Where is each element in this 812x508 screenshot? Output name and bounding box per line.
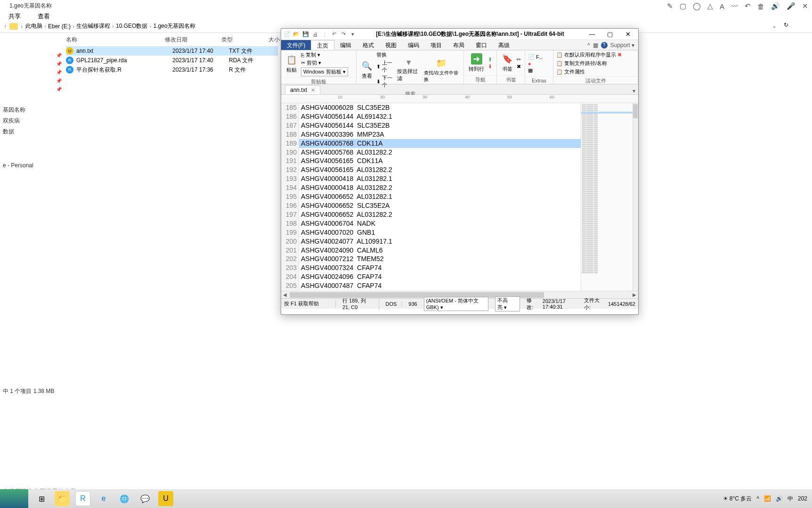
- next-button[interactable]: ⬇ 下一个: [376, 74, 395, 89]
- extras-f-button[interactable]: 📄 F...: [528, 54, 543, 60]
- up-icon[interactable]: ↑: [4, 23, 7, 30]
- mic-icon[interactable]: 🎤: [787, 2, 796, 10]
- pin-icon[interactable]: 📌: [56, 61, 62, 66]
- address-dropdown-icon[interactable]: ⌄: [772, 23, 777, 29]
- menu-edit[interactable]: 编辑: [334, 40, 357, 50]
- menu-view[interactable]: 视图: [380, 40, 402, 50]
- redo-icon[interactable]: ↷: [340, 31, 347, 38]
- extras-icon[interactable]: ●: [528, 61, 543, 66]
- sidebar-item[interactable]: 数据: [0, 126, 64, 137]
- col-type[interactable]: 类型: [221, 36, 268, 44]
- square-icon[interactable]: ▢: [680, 2, 686, 10]
- bm-icon[interactable]: ✏: [517, 57, 521, 63]
- text-line[interactable]: ASHGV40056165 CDK11A: [299, 156, 581, 165]
- minimize-button[interactable]: —: [584, 31, 601, 38]
- text-line[interactable]: ASHGV40005768 AL031282.2: [299, 148, 581, 157]
- text-line[interactable]: ASHGV40024090 CALML6: [299, 246, 581, 255]
- filter-icon[interactable]: ▼: [405, 58, 413, 67]
- sidebar-item[interactable]: e - Personal: [0, 161, 64, 170]
- help-icon[interactable]: ?: [601, 42, 608, 49]
- ime-indicator[interactable]: 中: [788, 495, 793, 503]
- text-line[interactable]: ASHGV40006652 AL031282.1: [299, 192, 581, 201]
- text-line[interactable]: ASHGV40006652 SLC35E2A: [299, 201, 581, 210]
- menu-encoding[interactable]: 编码: [402, 40, 425, 50]
- collapse-ribbon-icon[interactable]: ^: [587, 42, 590, 49]
- breadcrumb-item[interactable]: Eber (E:): [48, 23, 71, 30]
- circle-icon[interactable]: ◯: [693, 2, 701, 10]
- menu-file[interactable]: 文件(F): [281, 40, 311, 50]
- encoding-combo[interactable]: (ANSI/OEM - 简体中文 GBK) ▾: [424, 297, 489, 311]
- nav-down-icon[interactable]: ⬇: [488, 64, 492, 70]
- dropdown-icon[interactable]: ▾: [349, 31, 357, 38]
- text-line[interactable]: ASHGV40024096 CFAP74: [299, 272, 581, 281]
- pin-icon[interactable]: 📌: [56, 53, 62, 58]
- edit-icon[interactable]: ✎: [667, 2, 673, 10]
- refresh-icon[interactable]: ↻: [784, 22, 788, 28]
- tray-chevron-icon[interactable]: ^: [756, 495, 759, 502]
- edge-icon[interactable]: e: [96, 491, 111, 506]
- text-line[interactable]: ASHGV40007487 CFAP74: [299, 281, 581, 290]
- close-icon[interactable]: ✕: [802, 2, 808, 10]
- menu-project[interactable]: 项目: [425, 40, 447, 50]
- minimap-scrollbar[interactable]: [633, 103, 638, 291]
- volume-icon[interactable]: 🔊: [776, 495, 783, 502]
- text-line[interactable]: ASHGV40056144 SLC35E2B: [299, 121, 581, 130]
- undo-icon[interactable]: ↶: [745, 2, 751, 10]
- bookmark-button[interactable]: 🔖书签: [500, 53, 515, 73]
- scroll-left-icon[interactable]: ◀: [281, 292, 289, 297]
- folder-icon[interactable]: [9, 23, 18, 30]
- editor-text[interactable]: ASHGV40006028 SLC35E2BASHGV40056144 AL69…: [299, 103, 581, 291]
- tab-dropdown-icon[interactable]: ▾: [630, 88, 638, 94]
- col-date[interactable]: 修改日期: [165, 36, 221, 44]
- explorer-icon[interactable]: 📁: [55, 491, 70, 506]
- menu-format[interactable]: 格式: [357, 40, 380, 50]
- ue-titlebar[interactable]: 📄 📂 💾 🖨 | ↶ ↷ ▾ [E:\生信碱移课程\10.GEO数据\1.ge…: [281, 29, 638, 40]
- minimap[interactable]: ASHGV40000000 GENE ASHGV40000000 GENE AS…: [581, 103, 638, 291]
- support-menu[interactable]: Support ▾: [610, 42, 634, 49]
- goto-button[interactable]: ➜转到行: [467, 53, 486, 73]
- text-icon[interactable]: A: [720, 2, 724, 10]
- triangle-icon[interactable]: △: [707, 2, 713, 10]
- prev-button[interactable]: ⬆ 上一个: [376, 59, 395, 74]
- text-line[interactable]: ASHGV40056165 AL031282.2: [299, 165, 581, 174]
- nav-up-icon[interactable]: ⬆: [488, 57, 492, 63]
- trash-icon[interactable]: 🗑: [757, 2, 764, 10]
- eol-type[interactable]: DOS: [386, 301, 402, 307]
- highlight-combo[interactable]: 不高亮 ▾: [495, 296, 520, 311]
- start-preview[interactable]: [0, 489, 28, 508]
- pin-icon[interactable]: 📌: [56, 87, 62, 92]
- find-button[interactable]: 🔍查看: [359, 60, 374, 80]
- copy-button[interactable]: ⎘复制 ▾: [301, 51, 348, 58]
- breadcrumb-item[interactable]: 1.geo无基因名称: [153, 22, 195, 30]
- text-line[interactable]: ASHGV40007324 CFAP74: [299, 263, 581, 272]
- menu-layout[interactable]: 布局: [447, 40, 470, 50]
- text-line[interactable]: ASHGV40000418 AL031282.2: [299, 183, 581, 192]
- menu-home[interactable]: 主页: [311, 40, 334, 50]
- network-icon[interactable]: 📶: [764, 495, 771, 502]
- file-row[interactable]: U ann.txt 2023/1/17 17:40 TXT 文件: [66, 46, 278, 56]
- pin-icon[interactable]: 📌: [56, 78, 62, 83]
- copy-path-button[interactable]: 📋 复制文件路径/名称: [556, 60, 622, 67]
- text-line[interactable]: ASHGV40003396 MMP23A: [299, 130, 581, 139]
- clipboard-combo[interactable]: Windows 剪贴板 ▾: [301, 67, 348, 76]
- extras-icon[interactable]: ▦: [528, 67, 543, 74]
- sidebar-item[interactable]: 基因名称: [0, 105, 64, 115]
- cut-button[interactable]: ✂剪切 ▾: [301, 59, 348, 66]
- scrollbar-thumb[interactable]: [633, 104, 638, 118]
- brush-icon[interactable]: 〰: [731, 2, 738, 10]
- open-icon[interactable]: 📂: [292, 31, 300, 38]
- layout-icon[interactable]: ▦: [593, 42, 598, 49]
- rstudio-icon[interactable]: R: [75, 491, 90, 506]
- find-in-files-button[interactable]: 📁查找/在文件中替换: [422, 57, 461, 83]
- text-line[interactable]: ASHGV40006028 SLC35E2B: [299, 103, 581, 112]
- text-line[interactable]: ASHGV40005768 CDK11A: [299, 139, 581, 148]
- bm-icon[interactable]: ✖: [517, 64, 521, 70]
- clock[interactable]: 202: [798, 495, 807, 502]
- replace-button[interactable]: 替换: [376, 51, 395, 58]
- file-props-button[interactable]: 📋 文件属性: [556, 68, 622, 75]
- menu-window[interactable]: 窗口: [470, 40, 493, 50]
- show-in-default-button[interactable]: 📋 在默认应用程序中显示 ✖: [556, 51, 622, 58]
- maximize-button[interactable]: ▢: [601, 31, 618, 38]
- weather-widget[interactable]: ☀ 8°C 多云: [723, 495, 752, 503]
- text-line[interactable]: ASHGV40006652 AL031282.2: [299, 210, 581, 219]
